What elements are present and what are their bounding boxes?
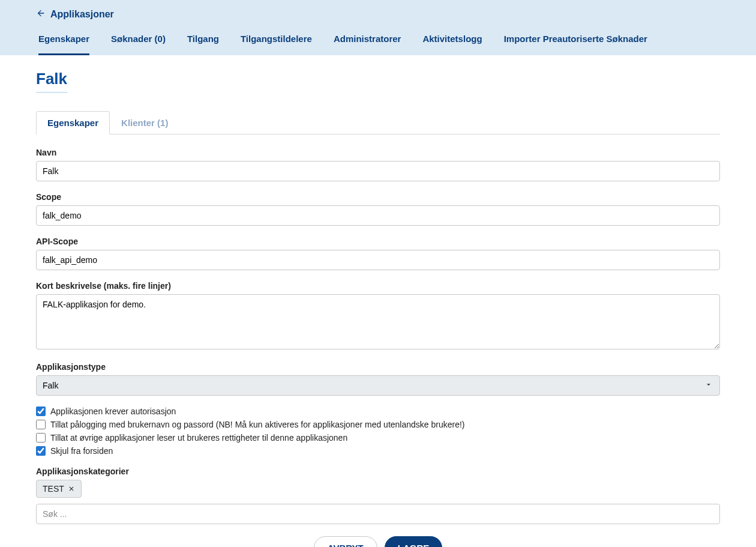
desc-label: Kort beskrivelse (maks. fire linjer)	[36, 281, 720, 291]
subtab-klienter[interactable]: Klienter (1)	[110, 111, 179, 134]
checkbox-tillat-ovrige[interactable]	[36, 433, 46, 443]
checkbox-label[interactable]: Applikasjonen krever autorisasjon	[50, 406, 176, 416]
scope-label: Scope	[36, 192, 720, 202]
sub-tabs: Egenskaper Klienter (1)	[36, 111, 720, 134]
tab-aktivitetslogg[interactable]: Aktivitetslogg	[422, 34, 482, 55]
arrow-left-icon	[36, 8, 46, 20]
category-tag: TEST	[36, 480, 82, 498]
category-tag-label: TEST	[43, 484, 64, 494]
apptype-label: Applikasjonstype	[36, 362, 720, 372]
tab-soknader[interactable]: Søknader (0)	[111, 34, 166, 55]
checkbox-tillat-palogging[interactable]	[36, 420, 46, 429]
tab-tilgang[interactable]: Tilgang	[187, 34, 219, 55]
top-tabs: Egenskaper Søknader (0) Tilgang Tilgangs…	[0, 34, 756, 55]
back-link[interactable]: Applikasjoner	[36, 8, 114, 20]
checkbox-label[interactable]: Tillat pålogging med brukernavn og passo…	[50, 420, 465, 429]
apptype-select[interactable]: Falk	[36, 375, 720, 396]
close-icon[interactable]	[68, 485, 75, 492]
categories-label: Applikasjonskategorier	[36, 467, 720, 476]
navn-label: Navn	[36, 148, 720, 157]
tab-importer[interactable]: Importer Preautoriserte Søknader	[504, 34, 647, 55]
checkbox-label[interactable]: Skjul fra forsiden	[50, 446, 113, 456]
apiscope-label: API-Scope	[36, 237, 720, 246]
subtab-egenskaper[interactable]: Egenskaper	[36, 111, 110, 134]
scope-input[interactable]	[36, 205, 720, 226]
tab-egenskaper[interactable]: Egenskaper	[38, 34, 89, 55]
category-search-input[interactable]	[36, 504, 720, 524]
checkbox-label[interactable]: Tillat at øvrige applikasjoner leser ut …	[50, 433, 347, 443]
tab-tilgangstildelere[interactable]: Tilgangstildelere	[241, 34, 312, 55]
navn-input[interactable]	[36, 161, 720, 181]
checkbox-krever-autorisasjon[interactable]	[36, 406, 46, 416]
page-title: Falk	[36, 70, 67, 93]
cancel-button[interactable]: AVBRYT	[314, 536, 377, 547]
desc-textarea[interactable]	[36, 294, 720, 349]
apiscope-input[interactable]	[36, 250, 720, 270]
tab-administratorer[interactable]: Administratorer	[334, 34, 401, 55]
checkbox-skjul-forsiden[interactable]	[36, 446, 46, 456]
back-link-label: Applikasjoner	[50, 9, 114, 20]
save-button[interactable]: LAGRE	[385, 536, 443, 547]
